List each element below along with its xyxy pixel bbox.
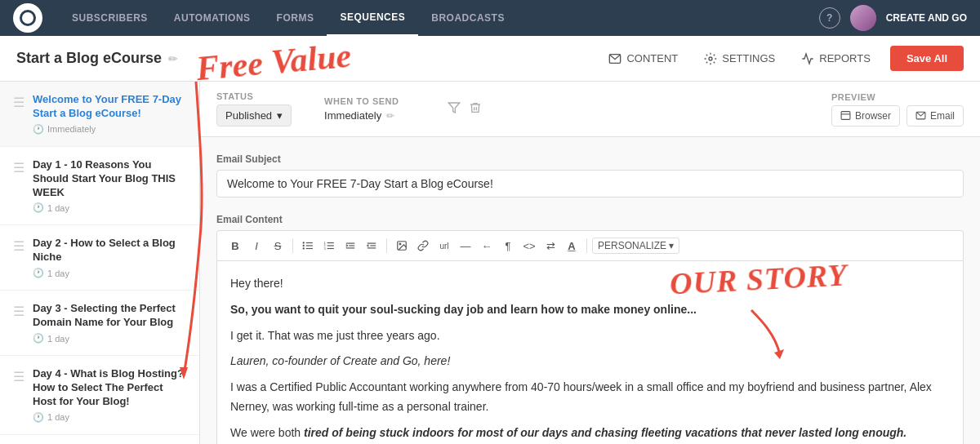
drag-handle[interactable]: ☰ [13,369,24,384]
browser-preview-button[interactable]: Browser [831,105,900,127]
page-title-area: Start a Blog eCourse ✏ [16,50,589,67]
svg-rect-9 [306,245,313,246]
avatar [850,5,876,31]
outdent-button[interactable] [362,236,381,255]
when-label: WHEN TO SEND [324,96,399,106]
variable-button[interactable]: ⇄ [541,236,560,255]
link-button[interactable] [413,236,433,255]
svg-rect-16 [327,248,334,249]
main-layout: ☰ Welcome to Your FREE 7-Day Start a Blo… [0,82,980,444]
sidebar-item-2-meta: 🕐 1 day [33,268,186,278]
sidebar-item-2[interactable]: ☰ Day 2 - How to Select a Blog Niche 🕐 1… [0,225,199,291]
strikethrough-button[interactable]: S [268,236,287,255]
clock-icon: 🕐 [33,268,44,278]
personalize-dropdown[interactable]: PERSONALIZE ▾ [592,238,679,254]
drag-handle[interactable]: ☰ [13,160,24,175]
toolbar-separator-3 [586,238,587,253]
image-icon [396,240,408,251]
email-preview-icon [915,110,926,121]
nav-automations[interactable]: AUTOMATIONS [161,0,264,36]
edit-when-icon[interactable]: ✏ [386,110,394,122]
paragraph-button[interactable]: ¶ [498,236,518,255]
settings-button[interactable]: SETTINGS [697,49,782,69]
svg-rect-15 [327,245,334,246]
sidebar-item-4-title: Day 4 - What is Blog Hosting? How to Sel… [33,367,186,409]
edit-title-icon[interactable]: ✏ [168,52,178,65]
content-button[interactable]: CONTENT [602,49,684,69]
arrow-button[interactable]: ← [477,236,497,255]
svg-text:3: 3 [324,246,327,251]
help-button[interactable]: ? [819,7,840,29]
editor-body[interactable]: Hey there! So, you want to quit your sou… [216,260,964,444]
font-color-button[interactable]: A [562,236,581,255]
chevron-down-icon: ▾ [277,109,283,122]
sidebar-item-1[interactable]: ☰ Day 1 - 10 Reasons You Should Start Yo… [0,147,199,226]
nav-subscribers[interactable]: SUBSCRIBERS [59,0,161,36]
email-subject-label: Email Subject [216,153,964,165]
svg-point-12 [303,245,305,246]
toolbar-separator [292,238,293,253]
sidebar-item-0-title: Welcome to Your FREE 7-Day Start a Blog … [33,93,186,121]
toolbar-separator-2 [386,238,387,253]
nav-sequences[interactable]: SEQUENCES [327,0,418,36]
ol-button[interactable]: 123 [319,236,339,255]
status-label: STATUS [216,91,292,101]
status-dropdown[interactable]: Published ▾ [216,104,292,127]
logo[interactable] [13,3,42,33]
svg-rect-10 [306,248,313,249]
delete-icon[interactable] [469,101,482,118]
italic-button[interactable]: I [247,236,266,255]
sidebar-item-0[interactable]: ☰ Welcome to Your FREE 7-Day Start a Blo… [0,82,199,147]
svg-rect-14 [327,242,334,243]
gear-icon [704,52,717,65]
svg-rect-8 [306,242,313,243]
user-label: CREATE AND GO [886,12,967,24]
nav-broadcasts[interactable]: BROADCASTS [418,0,518,36]
ul-button[interactable] [298,236,318,255]
image-button[interactable] [392,236,412,255]
url-button[interactable]: url [434,236,454,255]
email-content-label: Email Content [216,214,964,225]
body-line3: Lauren, co-founder of Create and Go, her… [230,352,950,371]
filter-actions [448,101,482,118]
preview-label: PREVIEW [831,92,964,102]
sidebar: ☰ Welcome to Your FREE 7-Day Start a Blo… [0,82,200,444]
top-nav: SUBSCRIBERS AUTOMATIONS FORMS SEQUENCES … [0,0,980,36]
svg-point-27 [399,243,401,245]
email-icon [608,52,621,65]
nav-right: ? CREATE AND GO [819,5,967,31]
drag-handle[interactable]: ☰ [13,304,24,319]
indent-button[interactable] [341,236,360,255]
page-title: Start a Blog eCourse [16,50,162,67]
subheader-actions: CONTENT SETTINGS REPORTS Save All [602,46,964,71]
chart-icon [801,52,814,65]
sidebar-item-3-meta: 🕐 1 day [33,333,186,344]
email-preview-button[interactable]: Email [906,105,964,127]
hr-button[interactable]: — [456,236,475,255]
preview-buttons: Browser Email [831,105,964,127]
sidebar-item-4-meta: 🕐 1 day [33,412,186,423]
clock-icon: 🕐 [33,124,44,135]
chevron-down-icon: ▾ [669,240,674,251]
subheader: Start a Blog eCourse ✏ CONTENT SETTINGS … [0,36,980,82]
sidebar-item-2-title: Day 2 - How to Select a Blog Niche [33,237,186,264]
nav-forms[interactable]: FORMS [264,0,327,36]
body-line4: I was a Certified Public Accountant work… [230,378,950,417]
sidebar-item-3[interactable]: ☰ Day 3 - Selecting the Perfect Domain N… [0,291,199,356]
drag-handle[interactable]: ☰ [13,95,24,110]
sidebar-item-4[interactable]: ☰ Day 4 - What is Blog Hosting? How to S… [0,356,199,435]
save-all-button[interactable]: Save All [890,46,964,71]
bold-button[interactable]: B [225,236,245,255]
svg-rect-5 [841,112,850,120]
body-line5: We were both tired of being stuck indoor… [230,424,950,443]
reports-button[interactable]: REPORTS [795,49,877,69]
drag-handle[interactable]: ☰ [13,238,24,254]
unordered-list-icon [302,240,314,251]
filter-icon[interactable] [448,101,461,118]
code-button[interactable]: <> [519,236,539,255]
email-subject-input[interactable] [216,170,964,198]
sidebar-item-1-title: Day 1 - 10 Reasons You Should Start Your… [33,158,186,200]
svg-point-13 [303,247,305,249]
sidebar-item-0-meta: 🕐 Immediately [33,124,186,135]
status-bar: STATUS Published ▾ WHEN TO SEND Immediat… [200,82,980,137]
